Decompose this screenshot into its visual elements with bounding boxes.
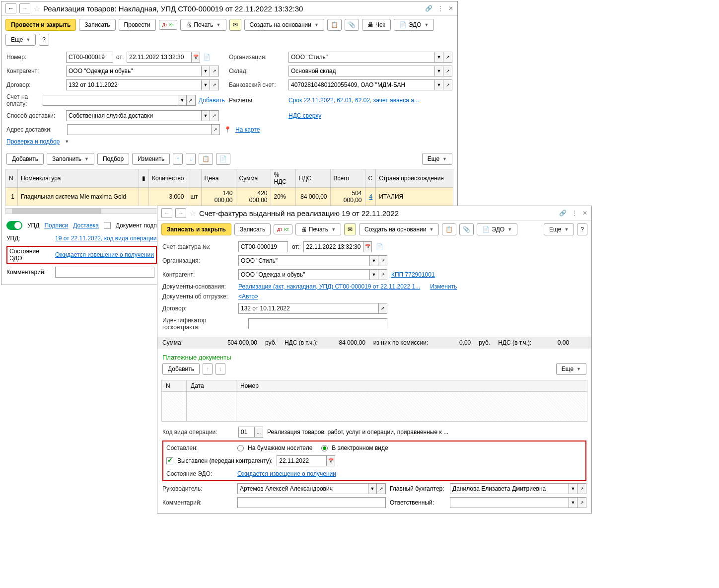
titlebar: ← → ☆ Реализация товаров: Накладная, УПД… (1, 1, 457, 2)
realization-window: ← → ☆ Реализация товаров: Накладная, УПД… (1, 1, 458, 2)
